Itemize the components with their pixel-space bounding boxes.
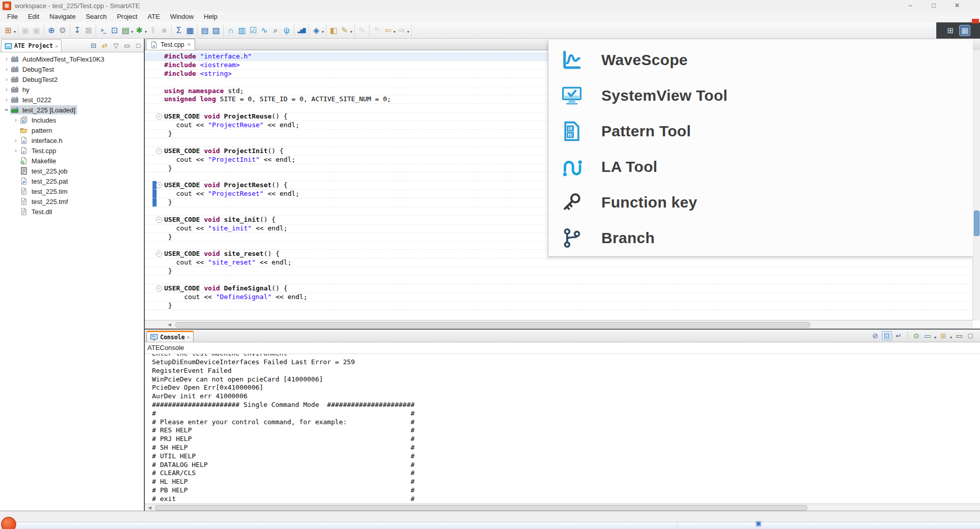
collapsed-arrow-icon[interactable]: › [12,137,19,144]
tree-item-test-225-job[interactable]: test_225.job [0,166,144,176]
maximize-window-button[interactable]: □ [922,0,945,11]
display-console-dropdown-icon[interactable]: ▾ [934,335,936,340]
sum-icon[interactable]: Σ [173,24,185,37]
tree-item-test-cpp[interactable]: ›.cTest.cpp [0,145,144,156]
load-board-icon[interactable]: ⊡ [109,24,120,37]
new-wizard-icon[interactable]: ⊞ [3,24,14,37]
board-type-dropdown-icon[interactable]: ▾ [131,30,133,34]
run-tools-icon[interactable]: ◈ [311,24,322,37]
view-menu-icon[interactable]: ▽ [111,42,120,49]
tree-item-interface-h[interactable]: ›.hinterface.h [0,135,144,145]
editor-horizontal-scrollbar[interactable]: ◀ [145,320,973,329]
tree-item-test-dll[interactable]: Test.dll [0,207,144,217]
edit-mark-dropdown-icon[interactable]: ▾ [350,30,352,34]
tree-item-pattern[interactable]: pattern [0,125,144,135]
collapsed-arrow-icon[interactable]: › [3,76,10,83]
back-icon[interactable]: ⇦ [382,24,393,37]
menu-help[interactable]: Help [199,11,223,22]
download-icon[interactable]: ↧ [72,24,83,37]
editor-vertical-scrollbar[interactable] [972,50,980,320]
terminal-icon[interactable]: >_ [98,24,109,37]
link-editor-icon[interactable]: ⇄ [100,42,109,49]
branch-icon[interactable]: ψ [281,24,292,37]
fold-collapse-icon[interactable]: − [156,285,162,291]
pattern-tool-icon[interactable]: ▥ [236,24,248,37]
expanded-arrow-icon[interactable]: › [3,106,10,113]
collapsed-arrow-icon[interactable]: › [3,96,10,103]
console-output[interactable]: Enter the test machine environment Setup… [145,354,980,504]
close-icon[interactable]: ✕ [55,43,58,49]
build-icon[interactable]: ⊕ [46,24,57,37]
fold-collapse-icon[interactable]: − [156,217,162,223]
display-console-icon[interactable]: ▭ [923,332,932,340]
debug-icon[interactable]: ✱ [134,24,145,37]
scroll-left-icon[interactable]: ◀ [168,322,171,327]
board-type-icon[interactable]: ▤ [120,24,131,37]
tree-item-test-225-tim[interactable]: test_225.tim [0,186,144,196]
wavescope-icon[interactable]: ∿ [259,24,270,37]
la-tool-icon[interactable]: ∩ [225,24,236,37]
new-wizard-dropdown-icon[interactable]: ▾ [14,30,16,34]
menu-edit[interactable]: Edit [23,11,44,22]
tree-item-makefile[interactable]: Makefile [0,156,144,166]
tree-item-test-225-loaded-[interactable]: ›Jtest_225 [Loaded] [0,105,144,115]
launcher-logo-icon[interactable] [1,517,16,529]
datalog-grid-icon[interactable]: ▦ [185,24,196,37]
menu-navigate[interactable]: Navigate [44,11,80,22]
minimize-window-button[interactable]: – [899,0,922,11]
build-settings-icon[interactable]: ⚙ [57,24,68,37]
console-horizontal-scrollbar[interactable]: ◀ [145,504,980,511]
fold-collapse-icon[interactable]: − [156,251,162,257]
close-icon[interactable]: ✕ [187,334,190,340]
tree-item-debugtest[interactable]: ›JDebugTest [0,64,144,74]
report-doc-icon[interactable]: ▤ [199,24,210,37]
forward-icon[interactable]: ⇨ [396,24,407,37]
menu-item-pattern-tool[interactable]: 0110Pattern Tool [548,113,973,149]
maximize-view-icon[interactable]: □ [134,42,143,49]
menu-ate[interactable]: ATE [142,11,165,22]
menu-project[interactable]: Project [112,11,142,22]
pin-console-icon[interactable]: ⊙ [912,332,921,340]
collapsed-arrow-icon[interactable]: › [12,147,19,154]
debug-dropdown-icon[interactable]: ▾ [145,30,147,34]
tray-app-icon[interactable]: ▣ [755,519,761,527]
menu-item-la-tool[interactable]: LA Tool [548,149,973,185]
menu-item-wavescope[interactable]: WaveScope [548,42,973,78]
minimize-view-icon[interactable]: ▭ [122,42,132,49]
back-dropdown-icon[interactable]: ▾ [393,30,395,34]
open-console-icon[interactable]: ⊞ [939,332,948,340]
search-icon[interactable]: ⌕ [270,24,281,37]
tree-item-test-225-pat[interactable]: .Ptest_225.pat [0,176,144,186]
open-console-dropdown-icon[interactable]: ▾ [950,335,952,340]
tab-test-cpp[interactable]: .c Test.cpp ✕ [146,39,195,50]
edit-mark-icon[interactable]: ✎ [339,24,350,37]
fold-collapse-icon[interactable]: − [156,182,162,188]
ate-perspective-icon[interactable]: ▦ [959,25,970,36]
collapsed-arrow-icon[interactable]: › [3,55,10,63]
delete-icon[interactable]: ⊠ [83,24,94,37]
collapsed-arrow-icon[interactable]: › [3,66,10,73]
systemview-icon[interactable]: ☑ [248,24,259,37]
tree-item-test-0222[interactable]: ›Jtest_0222 [0,95,144,105]
open-perspective-icon[interactable]: ⊞ [946,25,956,36]
word-wrap-icon[interactable]: ↵ [894,332,903,340]
collapsed-arrow-icon[interactable]: › [3,86,10,93]
run-tools-dropdown-icon[interactable]: ▾ [322,30,324,34]
clear-console-icon[interactable]: ⊘ [871,332,880,340]
menu-item-function-key[interactable]: Function key [548,185,973,220]
collapsed-arrow-icon[interactable]: › [12,116,19,124]
scroll-lock-icon[interactable]: ⊡ [882,331,892,340]
scrollbar-thumb[interactable] [974,211,979,236]
scrollbar-thumb[interactable] [175,322,810,328]
menu-window[interactable]: Window [165,11,199,22]
fold-collapse-icon[interactable]: − [156,113,162,120]
minimize-console-icon[interactable]: ▭ [955,332,964,340]
menu-file[interactable]: File [2,11,23,22]
open-pattern-icon[interactable]: ◧ [328,24,339,37]
scrollbar-thumb[interactable] [155,505,807,511]
tree-item-hy[interactable]: ›Jhy [0,84,144,95]
tree-item-test-225-tmf[interactable]: test_225.tmf [0,196,144,207]
menu-item-branch[interactable]: Branch [548,220,973,256]
tree-item-automixedtest-toflex10k3[interactable]: ›JAutoMixedTest_ToFlex10K3 [0,54,144,64]
menu-search[interactable]: Search [81,11,112,22]
